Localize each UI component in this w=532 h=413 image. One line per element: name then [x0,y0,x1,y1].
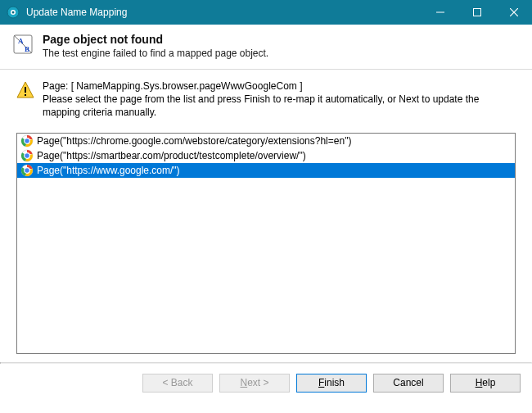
page-list[interactable]: Page("https://chrome.google.com/webstore… [16,133,516,354]
chrome-icon [20,164,34,177]
window-title: Update Name Mapping [26,7,422,18]
list-item-label: Page("https://smartbear.com/product/test… [37,149,306,162]
next-button[interactable]: Next > [219,374,290,393]
svg-rect-12 [25,87,26,93]
finish-button[interactable]: Finish [296,374,367,393]
app-icon [7,6,20,19]
info-panel: Page: [ NameMapping.Sys.browser.pageWwwG… [0,70,532,128]
button-row: < Back Next > Finish Cancel Help [0,364,532,402]
wizard-header: A B Page object not found The test engin… [0,25,532,70]
info-line-1: Page: [ NameMapping.Sys.browser.pageWwwG… [43,79,516,93]
chrome-icon [20,134,34,148]
header-text: Page object not found The test engine fa… [43,33,268,59]
mapping-icon: A B [11,33,34,56]
page-title: Page object not found [43,33,268,46]
svg-text:B: B [25,45,29,53]
page-subtitle: The test engine failed to find a mapped … [43,48,268,59]
minimize-button[interactable] [422,0,458,25]
info-line-2: Please select the page from the list and… [43,93,516,119]
warning-icon [16,81,34,99]
title-bar: Update Name Mapping [0,0,532,25]
list-item-label: Page("https://chrome.google.com/webstore… [37,134,351,148]
chrome-icon [20,149,34,162]
svg-rect-4 [473,9,480,16]
list-item[interactable]: Page("https://www.google.com/") [17,163,515,178]
back-button[interactable]: < Back [142,374,213,393]
maximize-button[interactable] [458,0,495,25]
svg-rect-13 [25,94,26,96]
window-controls [422,0,532,25]
list-item[interactable]: Page("https://chrome.google.com/webstore… [17,134,515,148]
list-item-label: Page("https://www.google.com/") [37,164,180,177]
close-button[interactable] [495,0,532,25]
svg-point-2 [12,11,15,14]
cancel-button[interactable]: Cancel [373,374,444,393]
help-button[interactable]: Help [450,374,521,393]
svg-text:A: A [18,37,24,45]
list-item[interactable]: Page("https://smartbear.com/product/test… [17,148,515,163]
info-text: Page: [ NameMapping.Sys.browser.pageWwwG… [43,79,516,120]
